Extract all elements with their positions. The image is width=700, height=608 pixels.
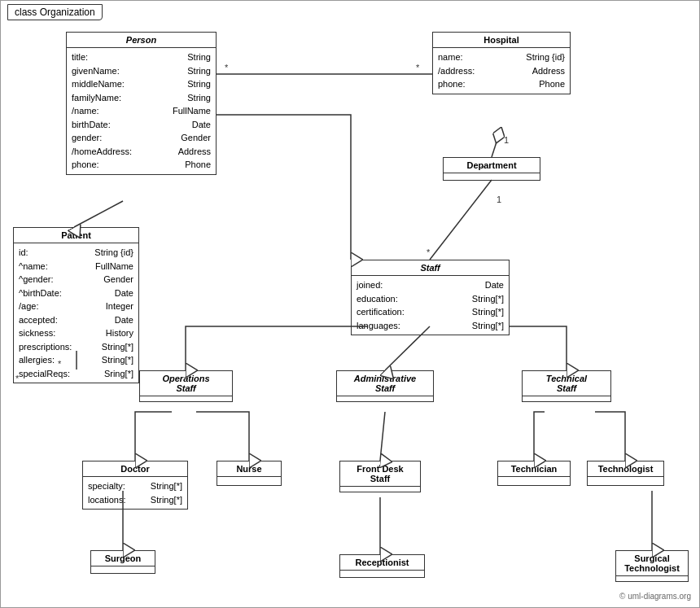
- svg-line-9: [430, 180, 492, 260]
- staff-body: joined:Date education:String[*] certific…: [352, 276, 509, 335]
- surgical-technologist-body: [616, 576, 688, 581]
- patient-body: id:String {id} ^name:FullName ^gender:Ge…: [14, 243, 138, 383]
- surgical-technologist-header: SurgicalTechnologist: [616, 551, 688, 576]
- svg-text:1: 1: [504, 135, 509, 145]
- svg-text:*: *: [225, 63, 229, 72]
- nurse-body: [217, 477, 281, 485]
- svg-text:1: 1: [497, 195, 501, 204]
- surgeon-class: Surgeon: [90, 550, 155, 574]
- operations-staff-body: [140, 396, 232, 401]
- staff-header: Staff: [352, 260, 509, 276]
- administrative-staff-header: AdministrativeStaff: [337, 371, 433, 396]
- watermark: © uml-diagrams.org: [619, 592, 691, 601]
- technician-header: Technician: [498, 461, 570, 477]
- surgeon-header: Surgeon: [91, 551, 155, 566]
- administrative-staff-body: [337, 396, 433, 401]
- operations-staff-header: OperationsStaff: [140, 371, 232, 396]
- surgeon-body: [91, 566, 155, 573]
- svg-text:*: *: [416, 63, 420, 72]
- surgical-technologist-class: SurgicalTechnologist: [615, 550, 689, 582]
- technical-staff-body: [523, 396, 610, 401]
- receptionist-body: [340, 571, 424, 577]
- operations-staff-class: OperationsStaff: [139, 370, 233, 402]
- technical-staff-header: TechnicalStaff: [523, 371, 610, 396]
- nurse-class: Nurse: [217, 461, 282, 486]
- front-desk-staff-body: [340, 487, 420, 492]
- technologist-body: [588, 477, 663, 485]
- hospital-body: name:String {id} /address:Address phone:…: [433, 48, 570, 94]
- department-class: Department: [443, 157, 540, 181]
- hospital-class: Hospital name:String {id} /address:Addre…: [432, 32, 571, 94]
- technician-body: [498, 477, 570, 485]
- svg-line-12: [74, 201, 123, 227]
- receptionist-class: Receptionist: [339, 554, 425, 578]
- svg-line-16: [380, 412, 385, 461]
- nurse-header: Nurse: [217, 461, 281, 477]
- svg-text:*: *: [427, 247, 431, 257]
- receptionist-header: Receptionist: [340, 555, 424, 571]
- doctor-class: Doctor specialty:String[*] locations:Str…: [82, 461, 188, 510]
- department-body: [444, 173, 540, 180]
- technologist-class: Technologist: [587, 461, 664, 486]
- svg-line-6: [492, 127, 501, 157]
- staff-class: Staff joined:Date education:String[*] ce…: [351, 260, 510, 335]
- patient-header: Patient: [14, 228, 138, 243]
- person-header: Person: [67, 33, 216, 48]
- person-class: Person title:String givenName:String mid…: [66, 32, 217, 175]
- doctor-header: Doctor: [83, 461, 187, 477]
- technologist-header: Technologist: [588, 461, 663, 477]
- diagram-title: class Organization: [7, 4, 103, 20]
- person-body: title:String givenName:String middleName…: [67, 48, 216, 174]
- diagram: class Organization Person title:String g…: [0, 0, 700, 608]
- front-desk-staff-class: Front DeskStaff: [339, 461, 421, 492]
- front-desk-staff-header: Front DeskStaff: [340, 461, 420, 487]
- administrative-staff-class: AdministrativeStaff: [336, 370, 434, 402]
- patient-class: Patient id:String {id} ^name:FullName ^g…: [13, 227, 139, 383]
- technical-staff-class: TechnicalStaff: [522, 370, 611, 402]
- doctor-body: specialty:String[*] locations:String[*]: [83, 477, 187, 509]
- department-header: Department: [444, 158, 540, 173]
- technician-class: Technician: [497, 461, 571, 486]
- hospital-header: Hospital: [433, 33, 570, 48]
